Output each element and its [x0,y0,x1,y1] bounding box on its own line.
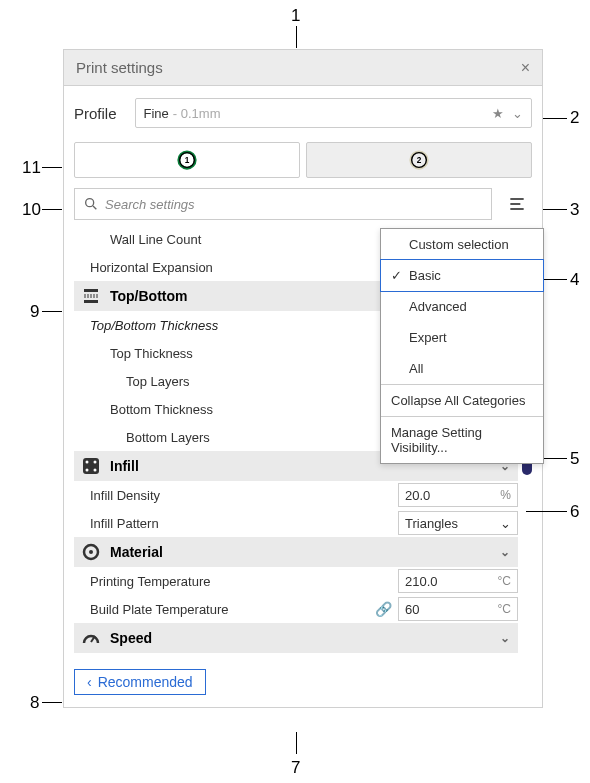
profile-sub: - 0.1mm [173,106,221,121]
category-label: Top/Bottom [110,288,188,304]
category-label: Material [110,544,163,560]
profile-row: Profile Fine - 0.1mm ★ ⌄ [74,98,532,128]
value: Triangles [405,516,458,531]
callout: 7 [291,758,300,778]
setting-infill-pattern: Infill Pattern Triangles⌄ [74,509,518,537]
callout: 6 [570,502,579,522]
setting-bed-temp: Build Plate Temperature 🔗 60°C [74,595,518,623]
setting-label: Printing Temperature [90,574,398,589]
category-label: Infill [110,458,139,474]
svg-point-20 [94,461,97,464]
svg-point-6 [86,199,94,207]
chevron-left-icon: ‹ [87,674,92,690]
extruder-tabs: 1 2 [74,142,532,178]
svg-point-22 [94,469,97,472]
svg-line-7 [93,206,96,209]
extruder-icon: 1 [176,149,198,171]
unit: °C [498,574,511,588]
setting-label: Infill Density [90,488,398,503]
tab-extruder-2[interactable]: 2 [306,142,532,178]
value-input[interactable]: 20.0% [398,483,518,507]
value-input[interactable]: 60°C [398,597,518,621]
check-icon: ✓ [391,268,403,283]
vis-expert[interactable]: Expert [381,322,543,353]
search-input[interactable]: Search settings [74,188,492,220]
chevron-down-icon[interactable]: ⌄ [512,106,523,121]
callout: 11 [22,158,41,178]
unit: % [500,488,511,502]
visibility-menu-button[interactable] [502,189,532,219]
panel-title: Print settings [76,59,163,76]
search-row: Search settings [74,188,532,220]
titlebar: Print settings × [64,50,542,86]
callout: 2 [570,108,579,128]
visibility-menu: Custom selection ✓Basic Advanced Expert … [380,228,544,464]
close-icon[interactable]: × [521,59,530,77]
chevron-down-icon: ⌄ [500,516,511,531]
setting-label: Infill Pattern [90,516,398,531]
svg-rect-18 [83,458,99,474]
vis-manage[interactable]: Manage Setting Visibility... [381,416,543,463]
setting-label: Build Plate Temperature [90,602,375,617]
svg-point-21 [86,469,89,472]
callout: 4 [570,270,579,290]
extruder-icon: 2 [408,149,430,171]
star-icon[interactable]: ★ [492,106,504,121]
search-placeholder: Search settings [105,197,195,212]
value: 60 [405,602,419,617]
setting-print-temp: Printing Temperature 210.0°C [74,567,518,595]
callout: 1 [291,6,300,26]
link-icon[interactable]: 🔗 [375,601,392,617]
profile-select[interactable]: Fine - 0.1mm ★ ⌄ [135,98,532,128]
recommended-button[interactable]: ‹ Recommended [74,669,206,695]
vis-custom[interactable]: Custom selection [381,229,543,260]
category-material[interactable]: Material ⌄ [74,537,518,567]
svg-text:1: 1 [185,156,190,165]
infill-icon [82,457,100,475]
value: 20.0 [405,488,430,503]
svg-rect-12 [84,300,98,303]
callout: 8 [30,693,39,713]
panel-footer: ‹ Recommended [64,661,542,707]
category-speed[interactable]: Speed ⌄ [74,623,518,653]
vis-basic[interactable]: ✓Basic [380,259,544,292]
vis-all[interactable]: All [381,353,543,384]
menu-lines-icon [507,194,527,214]
unit: °C [498,602,511,616]
callout: 5 [570,449,579,469]
svg-text:2: 2 [417,156,422,165]
profile-actions: ★ ⌄ [492,106,523,121]
callout: 9 [30,302,39,322]
speed-icon [82,629,100,647]
category-label: Speed [110,630,152,646]
tab-extruder-1[interactable]: 1 [74,142,300,178]
value: 210.0 [405,574,438,589]
chevron-down-icon: ⌄ [500,545,510,559]
profile-name: Fine [144,106,169,121]
profile-label: Profile [74,105,117,122]
dropdown[interactable]: Triangles⌄ [398,511,518,535]
topbottom-icon [82,287,100,305]
callout: 10 [22,200,41,220]
setting-infill-density: Infill Density 20.0% [74,481,518,509]
vis-collapse[interactable]: Collapse All Categories [381,384,543,416]
vis-advanced[interactable]: Advanced [381,291,543,322]
search-icon [83,196,99,212]
material-icon [82,543,100,561]
svg-point-24 [89,550,93,554]
chevron-down-icon: ⌄ [500,631,510,645]
callout: 3 [570,200,579,220]
svg-rect-11 [84,289,98,292]
svg-point-19 [86,461,89,464]
recommended-label: Recommended [98,674,193,690]
value-input[interactable]: 210.0°C [398,569,518,593]
